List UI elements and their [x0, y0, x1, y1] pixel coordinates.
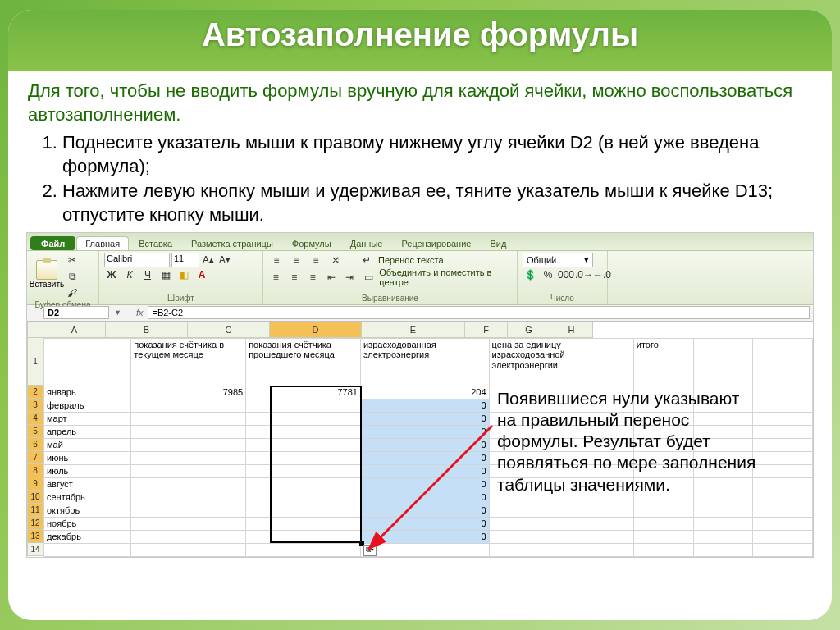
cell[interactable]	[753, 543, 813, 556]
cell[interactable]	[489, 530, 633, 543]
header-cell[interactable]	[44, 338, 131, 386]
cell[interactable]	[131, 425, 246, 438]
cell[interactable]	[131, 530, 246, 543]
cell[interactable]: июнь	[44, 451, 131, 464]
inc-decimal-icon[interactable]: .0→	[577, 267, 591, 282]
autofill-options-button[interactable]: ⧉▾	[363, 545, 377, 556]
font-size-select[interactable]: 11	[171, 253, 199, 267]
cell[interactable]: 204	[360, 386, 489, 399]
cell[interactable]	[131, 438, 246, 451]
cell[interactable]	[753, 530, 813, 543]
formula-input[interactable]: =B2-C2	[148, 306, 810, 319]
cell[interactable]	[246, 477, 361, 491]
comma-icon[interactable]: 000	[559, 267, 573, 282]
cell[interactable]	[753, 477, 813, 491]
cell[interactable]	[131, 504, 246, 517]
cell[interactable]	[693, 530, 753, 543]
fill-color-icon[interactable]: ◧	[176, 267, 191, 282]
cell[interactable]	[753, 464, 813, 477]
indent-dec-icon[interactable]: ⇤	[324, 270, 340, 285]
cell[interactable]: ноябрь	[44, 517, 131, 530]
wrap-text-icon[interactable]: ↵	[358, 253, 375, 267]
fx-icon[interactable]: fx	[136, 308, 144, 317]
cell[interactable]: апрель	[44, 425, 131, 438]
cell[interactable]	[131, 477, 246, 491]
cell[interactable]	[633, 530, 693, 543]
dec-decimal-icon[interactable]: ←.0	[595, 267, 609, 282]
cell[interactable]	[753, 504, 813, 517]
cell[interactable]	[753, 386, 813, 399]
cell[interactable]	[246, 517, 361, 530]
cell[interactable]	[246, 491, 361, 504]
format-painter-icon[interactable]: 🖌	[65, 285, 80, 300]
name-box[interactable]: D2	[43, 306, 109, 319]
cell[interactable]	[246, 399, 361, 412]
cell[interactable]: декабрь	[44, 530, 131, 543]
align-right-icon[interactable]: ≡	[305, 270, 321, 285]
header-cell[interactable]: цена за единицу израсходованной электроэ…	[489, 338, 633, 386]
cell[interactable]: июль	[44, 464, 131, 477]
cell[interactable]: 7985	[131, 386, 246, 399]
wrap-text-label[interactable]: Перенос текста	[378, 255, 444, 265]
align-center-icon[interactable]: ≡	[287, 270, 303, 285]
orientation-icon[interactable]: ⤭	[327, 253, 344, 267]
cell[interactable]	[131, 412, 246, 425]
number-format-select[interactable]: Общий▾	[523, 253, 593, 267]
cell[interactable]	[693, 543, 753, 556]
cell[interactable]	[246, 464, 361, 477]
percent-icon[interactable]: %	[541, 267, 555, 282]
header-cell[interactable]: показания счётчика прошедшего месяца	[246, 338, 361, 386]
merge-label[interactable]: Объединить и поместить в центре	[379, 267, 512, 287]
tab-review[interactable]: Рецензирование	[392, 236, 480, 250]
cell[interactable]	[633, 517, 693, 530]
header-cell[interactable]: показания счётчика в текущем месяце	[131, 338, 246, 386]
cell[interactable]	[693, 517, 753, 530]
cell[interactable]	[246, 412, 361, 425]
italic-icon[interactable]: К	[122, 267, 137, 282]
cell[interactable]: май	[44, 438, 131, 451]
cell[interactable]	[753, 438, 813, 451]
tab-home[interactable]: Главная	[76, 236, 129, 250]
cell[interactable]	[753, 399, 813, 412]
cell[interactable]: 0	[360, 491, 489, 504]
font-color-icon[interactable]: A	[194, 267, 209, 282]
cell[interactable]: март	[44, 412, 131, 425]
cell[interactable]	[489, 504, 633, 517]
cell[interactable]	[131, 399, 246, 412]
align-middle-icon[interactable]: ≡	[288, 253, 304, 267]
cell[interactable]: август	[44, 477, 131, 491]
tab-view[interactable]: Вид	[481, 236, 515, 250]
cell[interactable]	[44, 543, 131, 556]
cell[interactable]: 7781	[246, 386, 361, 399]
merge-icon[interactable]: ▭	[361, 270, 377, 285]
cell[interactable]	[246, 438, 361, 451]
tab-data[interactable]: Данные	[341, 236, 392, 250]
align-top-icon[interactable]: ≡	[268, 253, 285, 267]
tab-insert[interactable]: Вставка	[130, 236, 181, 250]
copy-icon[interactable]: ⧉	[65, 269, 80, 284]
cell[interactable]	[246, 425, 361, 438]
cell[interactable]	[360, 543, 489, 556]
cell[interactable]: февраль	[44, 399, 131, 412]
align-left-icon[interactable]: ≡	[268, 270, 284, 285]
cell[interactable]: сентябрь	[44, 491, 131, 504]
header-cell[interactable]	[753, 338, 813, 386]
bold-icon[interactable]: Ж	[104, 267, 119, 282]
cell[interactable]	[131, 451, 246, 464]
cell[interactable]	[246, 530, 361, 543]
cell[interactable]	[753, 412, 813, 425]
cell[interactable]: 0	[360, 412, 489, 425]
cell[interactable]	[753, 517, 813, 530]
underline-icon[interactable]: Ч	[140, 267, 155, 282]
cell[interactable]: 0	[360, 504, 489, 517]
cell[interactable]	[753, 491, 813, 504]
paste-button[interactable]: Вставить	[32, 260, 62, 293]
indent-inc-icon[interactable]: ⇥	[342, 270, 358, 285]
dropdown-icon[interactable]: ▼	[114, 308, 121, 317]
align-bottom-icon[interactable]: ≡	[308, 253, 324, 267]
border-icon[interactable]: ▦	[158, 267, 173, 282]
cell[interactable]	[489, 517, 633, 530]
cell[interactable]	[131, 464, 246, 477]
cut-icon[interactable]: ✂	[65, 253, 80, 267]
cell[interactable]	[693, 504, 753, 517]
